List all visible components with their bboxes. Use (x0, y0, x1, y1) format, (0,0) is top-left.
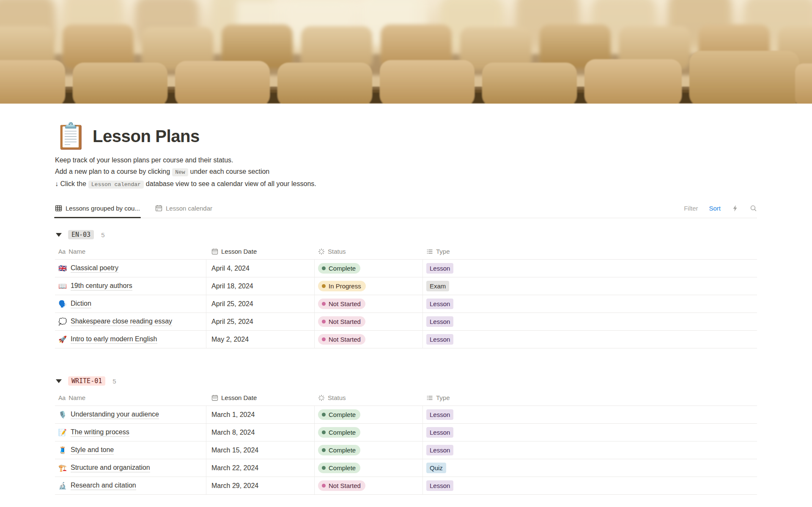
table-row[interactable]: 📝The writing process March 8, 2024 Compl… (55, 424, 757, 441)
status-cell[interactable]: Complete (315, 459, 423, 477)
tab-label: Lesson calendar (166, 205, 212, 212)
row-title-link[interactable]: Classical poetry (71, 264, 118, 273)
type-cell[interactable]: Lesson (423, 477, 757, 494)
status-cell[interactable]: Not Started (315, 477, 423, 494)
lesson-date-cell[interactable]: March 29, 2024 (206, 477, 315, 494)
type-cell[interactable]: Lesson (423, 260, 757, 277)
table-row[interactable]: 📖19th century authors April 18, 2024 In … (55, 277, 757, 295)
description-text: Keep track of your lesson plans per cour… (55, 156, 233, 164)
column-header-date[interactable]: Lesson Date (206, 244, 315, 259)
calendar-icon (211, 248, 218, 255)
lesson-date-cell[interactable]: March 15, 2024 (206, 441, 315, 459)
table-view-icon (55, 205, 62, 212)
type-badge: Quiz (426, 463, 446, 473)
table-header: Aa Name Lesson Date Status Type (55, 244, 757, 260)
status-spinner-icon (318, 248, 325, 255)
lesson-date-cell[interactable]: March 8, 2024 (206, 424, 315, 441)
cover-image (0, 0, 812, 104)
type-cell[interactable]: Quiz (423, 459, 757, 477)
lesson-date-cell[interactable]: April 4, 2024 (206, 260, 315, 277)
column-header-type[interactable]: Type (423, 390, 757, 406)
row-title-link[interactable]: Intro to early modern English (71, 335, 157, 344)
status-cell[interactable]: Complete (315, 260, 423, 277)
status-cell[interactable]: Not Started (315, 331, 423, 348)
column-header-status[interactable]: Status (315, 244, 423, 259)
lesson-date-cell[interactable]: April 25, 2024 (206, 295, 315, 312)
column-header-name[interactable]: Aa Name (55, 390, 206, 406)
collapse-toggle-icon[interactable] (56, 233, 62, 237)
filter-button[interactable]: Filter (684, 205, 698, 212)
row-title-link[interactable]: 19th century authors (71, 282, 132, 290)
row-title-link[interactable]: Understanding your audience (71, 411, 159, 419)
row-emoji-icon: 🇬🇧 (58, 265, 67, 272)
description-text: database view to see a calendar view of … (146, 180, 316, 187)
search-button[interactable] (750, 205, 757, 212)
description-line: Keep track of your lesson plans per cour… (55, 154, 757, 166)
status-cell[interactable]: Not Started (315, 313, 423, 330)
table-row[interactable]: 🏗️Structure and organization March 22, 2… (55, 459, 757, 477)
row-emoji-icon: 🔬 (58, 482, 67, 489)
type-cell[interactable]: Exam (423, 277, 757, 295)
row-title-link[interactable]: The writing process (71, 428, 129, 437)
type-cell[interactable]: Lesson (423, 313, 757, 330)
status-cell[interactable]: In Progress (315, 277, 423, 295)
status-dot-icon (322, 430, 326, 434)
column-header-date[interactable]: Lesson Date (206, 390, 315, 406)
type-cell[interactable]: Lesson (423, 295, 757, 312)
status-cell[interactable]: Not Started (315, 295, 423, 312)
collapse-toggle-icon[interactable] (56, 379, 62, 383)
table-row[interactable]: 🔬Research and citation March 29, 2024 No… (55, 477, 757, 495)
status-badge: In Progress (318, 281, 366, 291)
type-cell[interactable]: Lesson (423, 441, 757, 459)
sort-button[interactable]: Sort (709, 205, 721, 212)
status-cell[interactable]: Complete (315, 424, 423, 441)
status-cell[interactable]: Complete (315, 406, 423, 423)
column-header-type[interactable]: Type (423, 244, 757, 259)
tab-label: Lessons grouped by cou... (66, 205, 140, 212)
row-emoji-icon: 🧵 (58, 447, 67, 454)
row-title-link[interactable]: Style and tone (71, 446, 114, 455)
search-icon (750, 205, 757, 212)
lesson-calendar-chip: Lesson calendar (88, 181, 144, 189)
status-badge: Not Started (318, 316, 365, 327)
status-dot-icon (322, 320, 326, 323)
page-emoji-icon[interactable]: 📋 (55, 121, 87, 151)
table-row[interactable]: 🇬🇧Classical poetry April 4, 2024 Complet… (55, 260, 757, 277)
table-row[interactable]: 🧵Style and tone March 15, 2024 Complete … (55, 441, 757, 459)
tab-lessons-grouped[interactable]: Lessons grouped by cou... (55, 199, 140, 218)
status-dot-icon (322, 484, 326, 488)
status-badge: Not Started (318, 334, 365, 345)
page-title[interactable]: Lesson Plans (93, 127, 200, 146)
table-row[interactable]: 🎙️Understanding your audience March 1, 2… (55, 406, 757, 424)
group-tag[interactable]: EN-03 (68, 230, 94, 239)
row-title-link[interactable]: Diction (71, 300, 91, 308)
row-title-link[interactable]: Structure and organization (71, 464, 150, 472)
row-title-link[interactable]: Research and citation (71, 482, 136, 490)
status-cell[interactable]: Complete (315, 441, 423, 459)
type-badge: Lesson (426, 445, 453, 455)
row-title-link[interactable]: Shakespeare close reading essay (71, 318, 172, 326)
lesson-date-cell[interactable]: April 25, 2024 (206, 313, 315, 330)
row-emoji-icon: 🗣️ (58, 301, 67, 307)
row-emoji-icon: 🎙️ (58, 411, 67, 418)
group-tag[interactable]: WRITE-01 (68, 376, 105, 386)
tab-lesson-calendar[interactable]: Lesson calendar (155, 199, 212, 218)
column-header-status[interactable]: Status (315, 390, 423, 406)
type-cell[interactable]: Lesson (423, 424, 757, 441)
type-cell[interactable]: Lesson (423, 406, 757, 423)
status-spinner-icon (318, 395, 325, 401)
automations-button[interactable] (732, 205, 739, 212)
lesson-date-cell[interactable]: March 1, 2024 (206, 406, 315, 423)
status-dot-icon (322, 302, 326, 306)
description-line: ↓ Click theLesson calendardatabase view … (55, 178, 757, 190)
type-badge: Exam (426, 281, 449, 291)
column-header-name[interactable]: Aa Name (55, 244, 206, 259)
table-row[interactable]: 🚀Intro to early modern English May 2, 20… (55, 331, 757, 348)
table-row[interactable]: 💭Shakespeare close reading essay April 2… (55, 313, 757, 331)
lesson-date-cell[interactable]: April 18, 2024 (206, 277, 315, 295)
row-emoji-icon: 📖 (58, 283, 67, 290)
lesson-date-cell[interactable]: May 2, 2024 (206, 331, 315, 348)
table-row[interactable]: 🗣️Diction April 25, 2024 Not Started Les… (55, 295, 757, 313)
type-cell[interactable]: Lesson (423, 331, 757, 348)
lesson-date-cell[interactable]: March 22, 2024 (206, 459, 315, 477)
